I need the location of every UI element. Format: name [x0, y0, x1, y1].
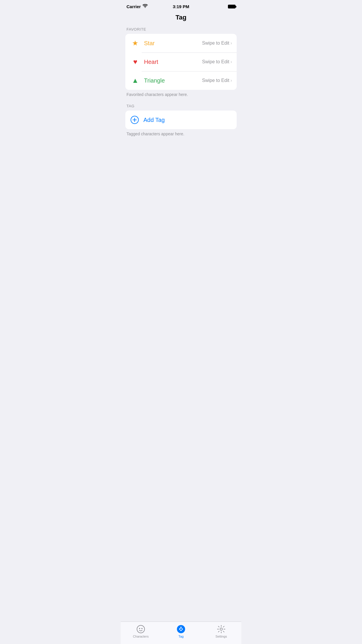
heart-chevron-icon: › — [231, 59, 232, 64]
star-action: Swipe to Edit › — [202, 41, 232, 46]
star-swipe-text: Swipe to Edit — [202, 41, 229, 46]
star-icon: ★ — [130, 38, 140, 48]
triangle-action: Swipe to Edit › — [202, 78, 232, 83]
heart-action: Swipe to Edit › — [202, 59, 232, 64]
triangle-swipe-text: Swipe to Edit — [202, 78, 229, 83]
wifi-icon — [143, 4, 148, 9]
favorite-card: ★ Star Swipe to Edit › ♥ Heart Swipe to … — [125, 34, 237, 90]
tag-section-header: TAG — [121, 104, 241, 111]
triangle-list-item[interactable]: ▲ Triangle Swipe to Edit › — [125, 71, 237, 90]
star-list-item[interactable]: ★ Star Swipe to Edit › — [125, 34, 237, 52]
star-chevron-icon: › — [231, 41, 232, 46]
status-bar: Carrier 3:19 PM — [121, 0, 241, 11]
favorite-section-header: FAVORITE — [121, 27, 241, 34]
favorite-note: Favorited characters appear here. — [121, 90, 241, 104]
battery-icon — [228, 5, 236, 8]
time-label: 3:19 PM — [173, 4, 189, 9]
heart-label: Heart — [144, 59, 202, 65]
add-tag-label: Add Tag — [143, 117, 165, 123]
triangle-chevron-icon: › — [231, 78, 232, 83]
heart-icon: ♥ — [130, 57, 140, 67]
heart-swipe-text: Swipe to Edit — [202, 59, 229, 64]
page-title: Tag — [121, 11, 241, 27]
carrier-label: Carrier — [126, 4, 141, 9]
star-label: Star — [144, 40, 202, 47]
triangle-label: Triangle — [144, 77, 202, 84]
tag-card: Add Tag — [125, 111, 237, 129]
add-circle-icon — [130, 115, 139, 125]
heart-list-item[interactable]: ♥ Heart Swipe to Edit › — [125, 52, 237, 71]
status-left: Carrier — [126, 4, 148, 9]
tag-note: Tagged characters appear here. — [121, 129, 241, 143]
triangle-icon: ▲ — [130, 75, 140, 86]
add-tag-button[interactable]: Add Tag — [125, 111, 237, 129]
